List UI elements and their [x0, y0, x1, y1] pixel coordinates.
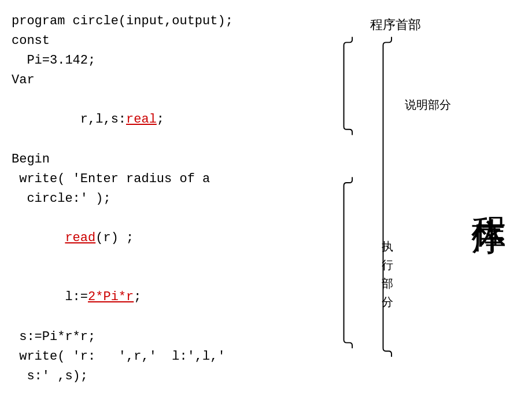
code-line-9-suffix: (r) ;	[95, 231, 134, 245]
brackets-svg	[335, 12, 526, 393]
annotation-area: 程序首部 说明部分 执行部分 程序体	[335, 12, 526, 393]
real-link[interactable]: real	[126, 112, 157, 127]
code-line-10: l:=2*Pi*r;	[12, 268, 335, 327]
code-line-13: s:' ,s);	[12, 367, 335, 386]
read-link[interactable]: read	[65, 231, 95, 245]
code-line-10-prefix: l:=	[57, 290, 88, 304]
code-line-11: s:=Pi*r*r;	[12, 327, 335, 347]
code-line-5: r,l,s:real;	[12, 90, 335, 149]
code-line-4: Var	[12, 71, 335, 90]
main-container: program circle(input,output); const Pi=3…	[0, 0, 532, 399]
code-line-10-suffix: ;	[134, 290, 141, 304]
code-section: program circle(input,output); const Pi=3…	[12, 12, 335, 393]
code-line-6: Begin	[12, 150, 335, 169]
code-line-7: write( 'Enter radius of a	[12, 169, 335, 189]
code-line-9-prefix	[57, 231, 65, 245]
code-line-3: Pi=3.142;	[12, 51, 335, 71]
formula-link[interactable]: 2*Pi*r	[88, 290, 134, 304]
code-line-5-suffix: ;	[157, 112, 164, 127]
code-line-12: write( 'r: ',r,' l:',l,'	[12, 347, 335, 367]
code-line-8: circle:' );	[12, 189, 335, 209]
code-line-5-prefix: r,l,s:	[57, 112, 126, 127]
code-line-9: read(r) ;	[12, 209, 335, 268]
code-line-2: const	[12, 31, 335, 51]
code-line-1: program circle(input,output);	[12, 12, 335, 31]
